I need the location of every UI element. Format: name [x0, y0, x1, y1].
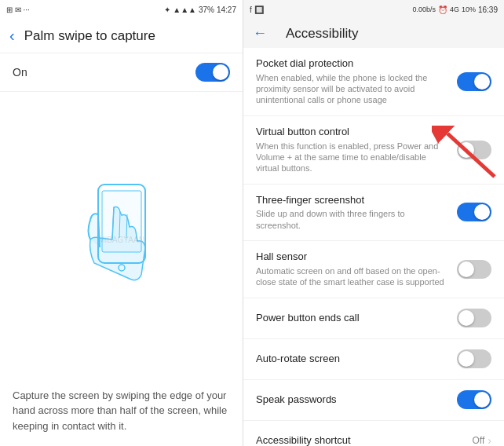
page-title-right: Accessibility	[286, 26, 359, 42]
on-toggle-row: On	[0, 53, 243, 92]
status-bar-right: f 🔲 0.00b/s ⏰ 4G 10% 16:39	[243, 0, 504, 19]
toggle-three-finger[interactable]	[457, 203, 491, 221]
on-toggle-slider	[195, 63, 230, 82]
back-button-left[interactable]: ‹	[9, 27, 15, 45]
battery-right: 10%	[462, 5, 476, 13]
on-label: On	[13, 66, 27, 79]
wifi-signal: ▲▲▲	[173, 5, 196, 14]
item-title-power-button: Power button ends call	[256, 312, 451, 325]
list-item[interactable]: Accessibility shortcut Off ›	[243, 421, 504, 446]
item-content-hall-sensor: Hall sensor Automatic screen on and off …	[256, 250, 457, 287]
item-content-auto-rotate: Auto-rotate screen	[256, 353, 457, 366]
item-desc-three-finger: Slide up and down with three fingers to …	[256, 208, 451, 231]
list-item[interactable]: Three-finger screenshot Slide up and dow…	[243, 185, 504, 241]
toggle-speak-passwords[interactable]	[457, 390, 491, 409]
item-title-pocket-dial: Pocket dial protection	[256, 57, 451, 71]
hand-illustration	[75, 177, 169, 302]
item-desc-hall-sensor: Automatic screen on and off based on the…	[256, 265, 451, 288]
left-panel: ⊞ ✉ ··· ✦ ▲▲▲ 37% 14:27 ‹ Palm swipe to …	[0, 0, 243, 446]
illustration-area: MIBAGYAAN	[0, 92, 243, 388]
settings-list: Pocket dial protection When enabled, whi…	[243, 48, 504, 446]
alarm-icon: ⏰	[438, 5, 447, 14]
item-content-speak-passwords: Speak passwords	[256, 393, 457, 407]
header-left: ‹ Palm swipe to capture	[0, 19, 243, 53]
item-title-accessibility-shortcut: Accessibility shortcut	[256, 434, 466, 446]
time-right: 16:39	[478, 5, 498, 14]
chevron-right-icon: ›	[488, 434, 491, 446]
on-toggle[interactable]	[195, 63, 230, 82]
item-title-three-finger: Three-finger screenshot	[256, 194, 451, 207]
status-right-left: f 🔲	[250, 5, 264, 14]
header-right: ← Accessibility	[243, 19, 504, 48]
right-panel: f 🔲 0.00b/s ⏰ 4G 10% 16:39 ← Accessibili…	[243, 0, 504, 446]
item-right-accessibility-shortcut: Off ›	[473, 434, 491, 446]
time-left: 14:27	[217, 5, 236, 14]
toggle-pocket-dial[interactable]	[457, 72, 491, 91]
item-title-hall-sensor: Hall sensor	[256, 250, 451, 264]
description-text: Capture the screen by swiping the edge o…	[0, 388, 243, 447]
item-content-virtual-button: Virtual button control When this functio…	[256, 126, 457, 174]
item-content-accessibility-shortcut: Accessibility shortcut	[256, 434, 473, 446]
item-title-auto-rotate: Auto-rotate screen	[256, 353, 451, 366]
toggle-virtual-button[interactable]	[457, 141, 491, 159]
signal-4g: 4G	[450, 5, 459, 13]
list-item[interactable]: Pocket dial protection When enabled, whi…	[243, 48, 504, 116]
status-bar-left: ⊞ ✉ ··· ✦ ▲▲▲ 37% 14:27	[0, 0, 243, 19]
item-title-speak-passwords: Speak passwords	[256, 393, 451, 407]
item-content-power-button: Power button ends call	[256, 312, 457, 325]
page-title-left: Palm swipe to capture	[24, 28, 155, 44]
item-content-three-finger: Three-finger screenshot Slide up and dow…	[256, 194, 457, 231]
accessibility-shortcut-value: Off	[473, 435, 485, 446]
network-speed: 0.00b/s	[412, 5, 436, 13]
toggle-power-button[interactable]	[457, 309, 491, 327]
list-item[interactable]: Auto-rotate screen	[243, 339, 504, 380]
fb-icon: f 🔲	[250, 5, 264, 14]
toggle-auto-rotate[interactable]	[457, 349, 491, 368]
bluetooth-icon: ✦	[164, 5, 170, 14]
toggle-hall-sensor[interactable]	[457, 260, 491, 279]
item-desc-virtual-button: When this function is enabled, press Pow…	[256, 141, 451, 174]
item-content-pocket-dial: Pocket dial protection When enabled, whi…	[256, 57, 457, 106]
battery-left: 37%	[199, 5, 214, 14]
back-button-right[interactable]: ←	[253, 25, 267, 42]
item-title-virtual-button: Virtual button control	[256, 126, 451, 139]
status-right-icons: ✦ ▲▲▲ 37% 14:27	[164, 5, 236, 14]
notification-icons: ⊞ ✉ ···	[6, 5, 30, 14]
list-item[interactable]: Speak passwords	[243, 380, 504, 421]
list-item[interactable]: Power button ends call	[243, 298, 504, 339]
status-right-right: 0.00b/s ⏰ 4G 10% 16:39	[412, 5, 498, 14]
list-item[interactable]: Hall sensor Automatic screen on and off …	[243, 241, 504, 298]
item-desc-pocket-dial: When enabled, while the phone is locked …	[256, 72, 451, 106]
list-item[interactable]: Virtual button control When this functio…	[243, 116, 504, 185]
status-left-icons: ⊞ ✉ ···	[6, 5, 30, 14]
